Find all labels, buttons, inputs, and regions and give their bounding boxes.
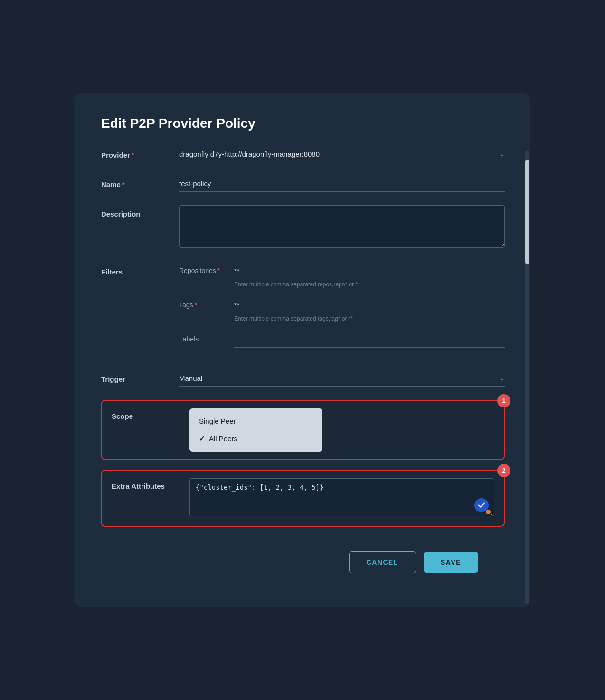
chevron-down-icon-trigger: ⌄	[499, 374, 505, 382]
trigger-field[interactable]: Manual ⌄	[179, 370, 505, 387]
extra-attrs-label: Extra Attributes	[112, 478, 178, 490]
extra-attrs-inner: Extra Attributes	[112, 478, 494, 518]
filters-section: Repositories* Enter multiple comma separ…	[179, 263, 505, 357]
labels-row: Labels	[179, 331, 505, 348]
filters-row: Filters Repositories* Enter multiple com…	[101, 263, 505, 357]
chevron-down-icon: ⌄	[499, 150, 505, 158]
description-row: Description	[101, 205, 505, 250]
extra-attrs-field-wrap	[189, 478, 494, 518]
provider-row: Provider* dragonfly d7y-http://dragonfly…	[101, 146, 505, 162]
description-textarea[interactable]	[179, 205, 505, 248]
labels-input[interactable]	[234, 331, 505, 348]
tags-hint: Enter multiple comma separated tags,tag*…	[234, 315, 505, 322]
provider-label: Provider*	[101, 146, 168, 159]
trigger-label: Trigger	[101, 370, 168, 383]
scope-option-all-peers[interactable]: ✓ All Peers	[189, 430, 322, 448]
modal-dialog: Edit P2P Provider Policy Provider* drago…	[75, 93, 530, 607]
checkmark-validate-icon	[478, 502, 485, 508]
required-star-tags: *	[195, 301, 197, 309]
modal-title: Edit P2P Provider Policy	[75, 116, 530, 146]
orange-dot	[486, 510, 491, 514]
trigger-select[interactable]: Manual ⌄	[179, 370, 505, 387]
tags-row: Tags* Enter multiple comma separated tag…	[179, 297, 505, 322]
scope-option-single-peer[interactable]: Single Peer	[189, 412, 322, 430]
provider-field[interactable]: dragonfly d7y-http://dragonfly-manager:8…	[179, 146, 505, 162]
trigger-row: Trigger Manual ⌄	[101, 370, 505, 387]
scope-dropdown-wrapper: Single Peer ✓ All Peers	[189, 408, 322, 452]
scope-label: Scope	[112, 408, 178, 420]
description-field	[179, 205, 505, 250]
filters-label: Filters	[101, 263, 168, 276]
badge-1: 1	[497, 394, 510, 407]
repositories-row: Repositories* Enter multiple comma separ…	[179, 263, 505, 288]
footer-buttons: CANCEL SAVE	[101, 540, 505, 592]
scrollbar-thumb	[525, 160, 529, 264]
scope-dropdown[interactable]: Single Peer ✓ All Peers	[189, 408, 322, 452]
tags-label: Tags*	[179, 297, 227, 309]
scrollbar-track	[525, 150, 529, 604]
repositories-label: Repositories*	[179, 263, 227, 274]
labels-label: Labels	[179, 331, 227, 343]
scrollbar[interactable]	[524, 146, 530, 607]
extra-attrs-section: 2 Extra Attributes	[101, 470, 505, 527]
badge-2: 2	[497, 464, 510, 477]
provider-select[interactable]: dragonfly d7y-http://dragonfly-manager:8…	[179, 146, 505, 162]
save-button[interactable]: SAVE	[424, 552, 478, 573]
checkmark-icon: ✓	[199, 435, 205, 443]
scope-section: 1 Scope Single Peer ✓ All Peers	[101, 400, 505, 460]
labels-field	[234, 331, 505, 348]
cancel-button[interactable]: CANCEL	[349, 551, 416, 573]
tags-field: Enter multiple comma separated tags,tag*…	[234, 297, 505, 322]
name-label: Name*	[101, 176, 168, 189]
tags-input[interactable]	[234, 297, 505, 313]
validate-button-wrap	[474, 498, 490, 513]
name-field	[179, 176, 505, 192]
required-star: *	[132, 151, 134, 159]
extra-attrs-textarea[interactable]	[189, 478, 494, 516]
scope-section-inner: Scope Single Peer ✓ All Peers	[112, 408, 494, 452]
required-star-repos: *	[217, 267, 220, 274]
form-content: Provider* dragonfly d7y-http://dragonfly…	[75, 146, 524, 607]
repositories-input[interactable]	[234, 263, 505, 279]
name-input[interactable]	[179, 176, 505, 192]
description-label: Description	[101, 205, 168, 218]
repositories-hint: Enter multiple comma separated repos,rep…	[234, 281, 505, 288]
required-star-name: *	[122, 180, 125, 189]
repositories-field: Enter multiple comma separated repos,rep…	[234, 263, 505, 288]
name-row: Name*	[101, 176, 505, 192]
